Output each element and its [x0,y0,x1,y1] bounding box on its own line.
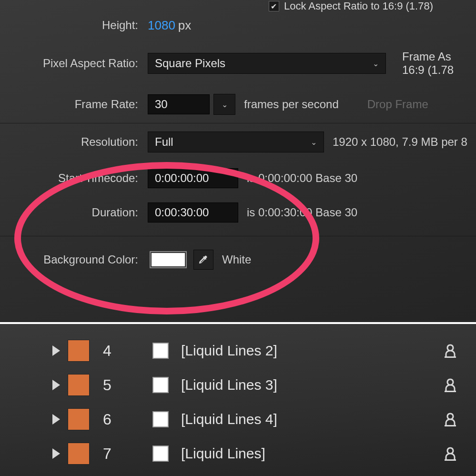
chevron-down-icon: ⌄ [311,138,317,147]
layer-color-chip[interactable] [68,374,90,396]
svg-rect-3 [445,459,456,461]
svg-rect-2 [445,425,456,426]
height-label: Height: [0,19,143,32]
svg-rect-0 [445,356,456,358]
layer-color-chip[interactable] [68,340,90,362]
parent-pickwhip-icon[interactable] [441,410,460,429]
timeline-layers-panel: 4[Liquid Lines 2]5[Liquid Lines 3]6[Liqu… [0,322,476,476]
resolution-info: 1920 x 1080, 7.9 MB per 8 [333,135,467,149]
layer-row[interactable]: 5[Liquid Lines 3] [0,368,476,402]
background-color-swatch[interactable] [150,251,187,268]
lock-aspect-label: Lock Aspect Ratio to 16:9 (1.78) [284,0,433,12]
layer-name[interactable]: [Liquid Lines 2] [181,343,441,359]
start-timecode-label: Start Timecode: [0,172,143,185]
pixel-aspect-value: Square Pixels [155,57,225,70]
layer-color-chip[interactable] [68,443,90,465]
resolution-value: Full [155,135,173,149]
layer-row[interactable]: 7[Liquid Lines] [0,436,476,471]
resolution-label: Resolution: [0,135,143,149]
layer-row[interactable]: 4[Liquid Lines 2] [0,334,476,368]
lock-aspect-row: ✔ Lock Aspect Ratio to 16:9 (1.78) [269,0,433,12]
height-unit: px [178,18,191,33]
svg-rect-1 [445,391,456,392]
height-value[interactable]: 1080 [148,18,175,33]
pixel-aspect-dropdown[interactable]: Square Pixels ⌄ [148,53,386,74]
duration-input[interactable]: 0:00:30:00 [148,203,238,223]
resolution-dropdown[interactable]: Full ⌄ [148,132,324,152]
background-color-label: Background Color: [0,253,143,266]
duration-label: Duration: [0,206,143,219]
frame-rate-stepper[interactable]: ⌄ [213,94,235,115]
eyedropper-button[interactable] [193,250,213,270]
eyedropper-icon [198,254,209,265]
layer-number: 7 [103,445,129,463]
chevron-down-icon: ⌄ [373,59,379,68]
layer-row[interactable]: 6[Liquid Lines 4] [0,402,476,436]
parent-pickwhip-icon[interactable] [441,341,460,360]
drop-frame-label: Drop Frame [367,98,428,111]
layer-toggle-box[interactable] [152,343,169,359]
duration-info: is 0:00:30:00 Base 30 [247,206,357,219]
layer-toggle-box[interactable] [152,411,169,427]
start-timecode-input[interactable]: 0:00:00:00 [148,168,238,188]
layer-number: 4 [103,342,129,360]
layer-toggle-box[interactable] [152,446,169,462]
pixel-aspect-label: Pixel Aspect Ratio: [0,57,143,70]
chevron-down-icon: ⌄ [222,100,228,109]
frame-aspect-info: Frame As 16:9 (1.78 [402,50,454,76]
lock-aspect-checkbox[interactable]: ✔ [269,1,279,11]
parent-pickwhip-icon[interactable] [441,375,460,395]
twirl-icon[interactable] [52,414,60,425]
layer-name[interactable]: [Liquid Lines 4] [181,411,441,427]
twirl-icon[interactable] [52,380,60,390]
parent-pickwhip-icon[interactable] [441,444,460,463]
twirl-icon[interactable] [52,448,60,459]
fps-unit: frames per second [244,98,339,111]
start-timecode-info: is 0:00:00:00 Base 30 [247,172,357,185]
layer-name[interactable]: [Liquid Lines 3] [181,377,441,393]
layer-name[interactable]: [Liquid Lines] [181,446,441,462]
background-color-name: White [222,253,251,266]
composition-settings-panel: ✔ Lock Aspect Ratio to 16:9 (1.78) Heigh… [0,0,476,320]
frame-rate-input[interactable]: 30 [148,94,210,114]
frame-rate-label: Frame Rate: [0,98,143,111]
layer-number: 6 [103,411,129,428]
layer-color-chip[interactable] [68,408,90,430]
layer-number: 5 [103,376,129,394]
layer-toggle-box[interactable] [152,377,169,393]
twirl-icon[interactable] [52,345,60,356]
